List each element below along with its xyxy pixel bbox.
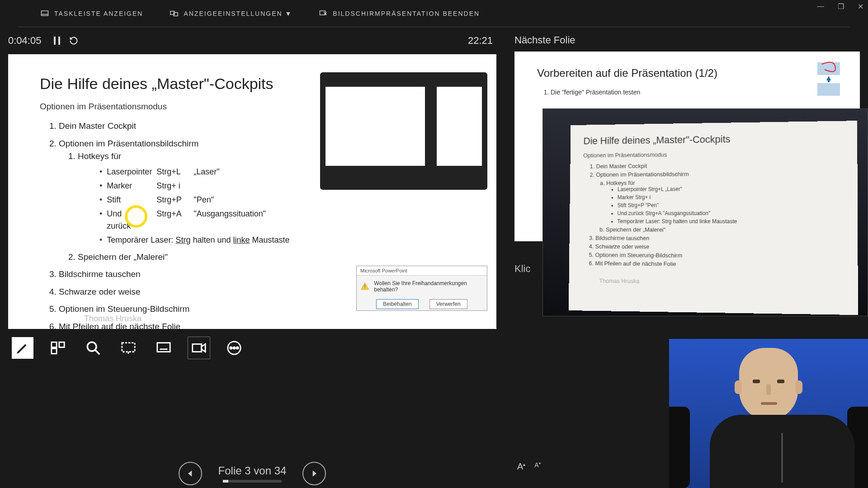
show-taskbar-button[interactable]: TASKLEISTE ANZEIGEN [41, 9, 143, 18]
slide-counter: Folie 3 von 34 [218, 465, 287, 477]
prev-slide-button[interactable] [179, 462, 202, 485]
slide-progress-fill [223, 480, 228, 483]
clock-time: 22:21 [468, 35, 493, 47]
projected-monitor-photo: Die Hilfe deines „Master"-Cockpits Optio… [542, 108, 868, 316]
svg-rect-7 [54, 37, 56, 45]
svg-point-23 [230, 347, 232, 349]
next-slide-button[interactable] [302, 462, 326, 485]
embedded-screenshot [320, 72, 487, 190]
more-options-button[interactable] [223, 337, 245, 359]
dialog-title: Microsoft PowerPoint [357, 266, 487, 276]
elapsed-time: 0:04:05 [8, 35, 41, 47]
svg-rect-18 [157, 343, 170, 352]
slide-author: Thomas Hruska [84, 314, 142, 324]
slide-view-button[interactable] [47, 337, 69, 359]
end-show-icon [319, 9, 327, 18]
svg-rect-12 [59, 342, 64, 347]
svg-point-24 [233, 347, 235, 349]
close-button[interactable]: ✕ [858, 2, 863, 11]
hotkey-reset: Und zurückStrg+A"Ausgangssituation" [99, 208, 465, 232]
svg-marker-26 [188, 470, 192, 476]
camera-button[interactable] [188, 337, 210, 359]
svg-marker-30 [826, 76, 831, 82]
subtitle-button[interactable] [153, 337, 175, 359]
slide-item-2b: Speichern der „Malerei" [78, 251, 465, 264]
end-slideshow-button[interactable]: BILDSCHIRMPRÄSENTATION BEENDEN [319, 9, 480, 18]
dialog-discard-button: Verwerfen [429, 299, 467, 309]
display-settings-label: ANZEIGEEINSTELLUNGEN ▼ [184, 10, 292, 17]
warning-icon: ! [360, 282, 369, 291]
svg-point-14 [87, 342, 96, 351]
dialog-keep-button: Beibehalten [376, 299, 418, 309]
svg-rect-8 [58, 37, 60, 45]
next-slide-item-1: Die "fertige" Präsentation testen [551, 89, 842, 96]
displays-icon [170, 9, 178, 18]
pause-button[interactable] [54, 37, 60, 45]
svg-marker-27 [313, 470, 316, 476]
embedded-dialog: Microsoft PowerPoint ! Wollen Sie Ihre F… [356, 266, 487, 311]
hotkey-templaser: Temporärer Laser: Strg halten und linke … [99, 234, 465, 246]
font-decrease-button[interactable]: A▾ [534, 461, 540, 472]
display-settings-button[interactable]: ANZEIGEEINSTELLUNGEN ▼ [170, 9, 292, 18]
dialog-message: Wollen Sie Ihre Freihandanmerkungen beha… [374, 280, 483, 293]
current-slide[interactable]: Die Hilfe deines „Master"-Cockpits Optio… [8, 54, 496, 329]
hotkey-pen: StiftStrg+P"Pen" [99, 194, 465, 206]
svg-line-15 [95, 350, 99, 354]
next-slide-label: Nächste Folie [514, 27, 860, 52]
svg-rect-16 [122, 343, 135, 352]
svg-point-25 [236, 347, 238, 349]
svg-rect-20 [193, 344, 202, 352]
svg-text:!: ! [364, 284, 366, 289]
svg-rect-11 [52, 342, 57, 347]
font-increase-button[interactable]: A▴ [517, 461, 525, 472]
pen-tool-button[interactable] [12, 337, 33, 359]
restart-timer-button[interactable] [69, 36, 78, 45]
next-slide-title: Vorbereiten auf die Präsentation (1/2) [537, 67, 842, 80]
zoom-button[interactable] [82, 337, 104, 359]
svg-rect-29 [817, 83, 840, 96]
svg-rect-28 [817, 62, 840, 75]
presenter-webcam[interactable] [669, 339, 868, 488]
black-screen-button[interactable] [118, 337, 139, 359]
taskbar-icon [41, 9, 49, 18]
slide-progress [223, 480, 282, 483]
svg-rect-0 [42, 11, 48, 16]
next-slide-graphic [813, 61, 844, 97]
show-taskbar-label: TASKLEISTE ANZEIGEN [54, 10, 143, 17]
svg-rect-13 [52, 348, 57, 353]
end-slideshow-label: BILDSCHIRMPRÄSENTATION BEENDEN [333, 10, 480, 17]
